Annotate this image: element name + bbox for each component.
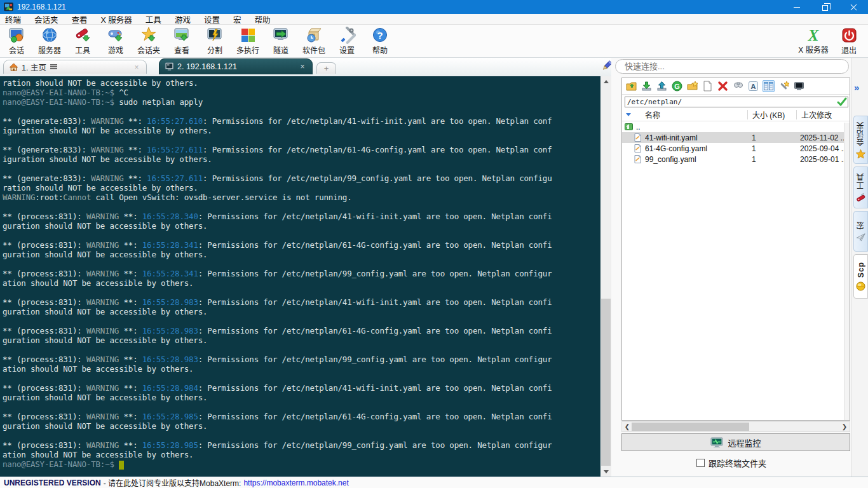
tab-menu-icon[interactable] (50, 64, 57, 70)
app-logo-icon (4, 3, 13, 12)
file-list-scrollbar[interactable] (844, 123, 850, 420)
encoding-icon[interactable]: A (747, 80, 759, 92)
parent-dir-icon[interactable] (625, 80, 637, 92)
toolbar-packages-button[interactable]: 软件包 (297, 26, 330, 57)
download-icon[interactable] (641, 80, 653, 92)
quick-connect-input[interactable] (615, 59, 849, 74)
toolbar-settings-button[interactable]: 设置 (330, 26, 363, 57)
tab-active-session[interactable]: 2. 192.168.1.121 × (159, 58, 313, 74)
sftp-horizontal-scrollbar[interactable]: ❮ ❯ (621, 421, 850, 432)
column-size[interactable]: 大小 (KB) (752, 109, 785, 120)
maximize-button[interactable] (811, 0, 839, 14)
tab-active-close-icon[interactable]: × (298, 62, 307, 71)
file-row-61-4g[interactable]: 61-4G-config.yaml 1 2025-09-04 ... (622, 143, 850, 154)
file-row-99-config[interactable]: 99_config.yaml 1 2025-09-01 ... (622, 154, 850, 165)
scroll-down-icon[interactable] (600, 466, 611, 477)
path-confirm-icon[interactable] (837, 97, 847, 107)
menu-sessions[interactable]: 会话夹 (34, 13, 58, 25)
status-version: UNREGISTERED VERSION (4, 478, 101, 487)
toolbar-tools-button[interactable]: 工具 (66, 26, 99, 57)
column-name[interactable]: 名称 (645, 109, 660, 120)
toolbar-servers-button[interactable]: 服务器 (33, 26, 66, 57)
menu-help[interactable]: 帮助 (254, 13, 270, 25)
side-tab-scp-label: Scp (857, 262, 865, 278)
toolbar-sessions-folder-button[interactable]: 会话夹 (132, 26, 165, 57)
new-tab-button[interactable]: + (316, 62, 336, 74)
terminal-line: ** (process:831): WARNING **: 16:55:28.3… (3, 240, 600, 250)
terminal-line (3, 374, 600, 383)
status-link[interactable]: https://mobaxterm.mobatek.net (243, 478, 348, 487)
toolbar-help-button[interactable]: ? 帮助 (363, 26, 397, 57)
menu-view[interactable]: 查看 (72, 13, 88, 25)
terminal-line: ation should NOT be accessible by others… (3, 364, 600, 374)
close-icon (850, 4, 857, 11)
new-file-icon[interactable] (702, 80, 714, 92)
upload-icon[interactable] (656, 80, 668, 92)
delete-icon[interactable] (717, 80, 729, 92)
scroll-left-icon[interactable]: ❮ (622, 422, 632, 431)
terminal-output[interactable]: ration should NOT be accessible by other… (0, 76, 600, 477)
remote-monitoring-button[interactable]: 远程监控 (621, 433, 850, 451)
toolbar-exit-button[interactable]: 退出 (834, 26, 864, 57)
file-list-header[interactable]: 名称 大小 (KB) 上次修改 (622, 109, 850, 121)
terminal-sync-icon[interactable] (793, 80, 805, 92)
menu-games[interactable]: 游戏 (175, 13, 191, 25)
yaml-file-icon (634, 133, 642, 142)
scroll-right-icon[interactable]: ❯ (839, 422, 850, 431)
toolbar-split-button[interactable]: 分割 (198, 26, 231, 57)
side-tab-tools-label: 工具 (855, 173, 866, 189)
terminal-line (3, 231, 600, 240)
list-view-icon[interactable] (763, 80, 775, 92)
sftp-hscroll-thumb[interactable] (632, 423, 749, 431)
path-input[interactable] (625, 97, 848, 107)
terminal-line: nano@EASY-EAI-NANO-TB:~$ sudo netplan ap… (3, 97, 600, 107)
wizard-icon[interactable] (778, 80, 790, 92)
terminal-scrollbar-thumb[interactable] (601, 299, 611, 466)
scroll-up-icon[interactable] (600, 76, 611, 86)
exit-icon (841, 27, 858, 44)
menu-xserver[interactable]: X 服务器 (101, 13, 132, 25)
swiss-knife-icon (856, 193, 865, 202)
side-tab-sessions[interactable]: 会话夹 (853, 116, 868, 164)
filter-dropdown-icon[interactable] (626, 113, 631, 116)
side-tab-macros[interactable]: 宏 (853, 211, 868, 252)
expand-sidebar-button[interactable]: » (854, 82, 858, 93)
terminal-line: guration should NOT be accessible by oth… (3, 250, 600, 259)
toolbar-help-label: 帮助 (372, 44, 388, 55)
follow-terminal-checkbox[interactable] (696, 459, 705, 467)
toolbar-xserver-button[interactable]: X X 服务器 (793, 26, 834, 57)
menu-macros[interactable]: 宏 (233, 13, 241, 25)
new-folder-icon[interactable] (686, 80, 698, 92)
minimize-button[interactable] (782, 0, 811, 14)
close-button[interactable] (839, 0, 868, 14)
menu-tools[interactable]: 工具 (146, 13, 161, 25)
refresh-icon[interactable]: G (671, 80, 683, 92)
side-tab-tools[interactable]: 工具 (853, 166, 868, 208)
terminal-scrollbar[interactable] (600, 76, 611, 477)
terminal-line (3, 107, 600, 116)
toolbar-settings-label: 设置 (339, 44, 355, 55)
file-row-41-wifi[interactable]: 41-wifi-init.yaml 1 2025-11-02 ... (622, 132, 850, 143)
column-modified[interactable]: 上次修改 (801, 109, 832, 120)
terminal-line: nano@EASY-EAI-NANO-TB:~$ ^C (3, 88, 600, 97)
menu-settings[interactable]: 设置 (204, 13, 220, 25)
side-tab-scp[interactable]: Scp (853, 254, 868, 299)
title-bar: 192.168.1.121 (0, 0, 868, 14)
toolbar-games-button[interactable]: 游戏 (99, 26, 132, 57)
toolbar-session-label: 会话 (9, 44, 24, 55)
toolbar-view-button[interactable]: 查看 (165, 26, 198, 57)
terminal-line (3, 288, 600, 297)
toolbar-tunnel-button[interactable]: 隧道 (264, 26, 297, 57)
file-modified: 2025-09-01 ... (795, 155, 848, 164)
toolbar-session-button[interactable]: 会话 (0, 26, 33, 57)
x-server-icon: X (808, 28, 819, 43)
file-row-updir[interactable]: .. (622, 121, 850, 132)
find-icon[interactable] (732, 80, 744, 92)
terminal-line (3, 316, 600, 326)
tab-home[interactable]: 1. 主页 × (3, 60, 147, 74)
servers-icon (41, 27, 58, 44)
terminal-line: ation should NOT be accessible by others… (3, 278, 600, 288)
toolbar-multiexec-button[interactable]: 多执行 (231, 26, 264, 57)
tab-home-close-icon[interactable]: × (132, 63, 141, 72)
menu-terminal[interactable]: 终端 (5, 13, 21, 25)
